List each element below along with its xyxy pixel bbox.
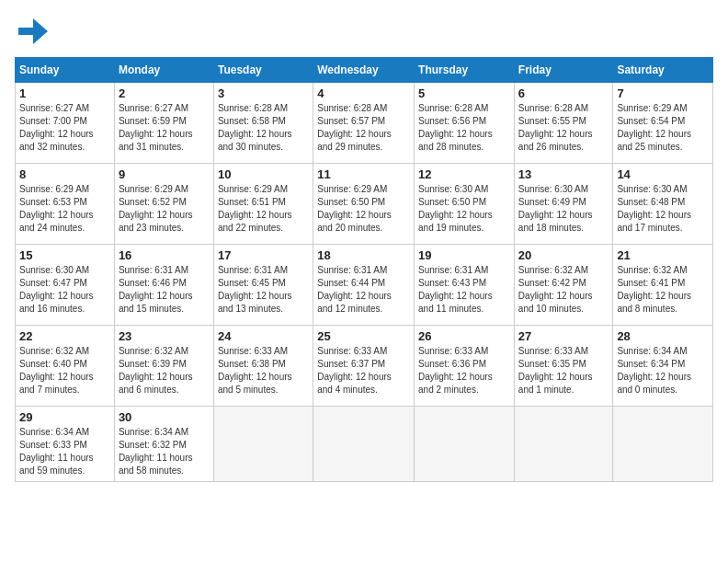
day-cell: 11Sunrise: 6:29 AM Sunset: 6:50 PM Dayli… (313, 164, 415, 245)
day-number: 28 (617, 329, 709, 343)
day-number: 30 (119, 410, 210, 424)
day-cell: 3Sunrise: 6:28 AM Sunset: 6:58 PM Daylig… (213, 83, 313, 164)
day-number: 9 (119, 167, 210, 181)
week-row-1: 8Sunrise: 6:29 AM Sunset: 6:53 PM Daylig… (16, 164, 713, 245)
day-number: 16 (119, 248, 210, 262)
day-info: Sunrise: 6:28 AM Sunset: 6:56 PM Dayligh… (418, 102, 510, 154)
day-info: Sunrise: 6:29 AM Sunset: 6:52 PM Dayligh… (119, 183, 210, 235)
day-cell: 2Sunrise: 6:27 AM Sunset: 6:59 PM Daylig… (114, 83, 213, 164)
day-info: Sunrise: 6:29 AM Sunset: 6:50 PM Dayligh… (317, 183, 410, 235)
day-cell: 19Sunrise: 6:31 AM Sunset: 6:43 PM Dayli… (415, 245, 515, 326)
header-cell-tuesday: Tuesday (213, 58, 313, 83)
day-cell: 12Sunrise: 6:30 AM Sunset: 6:50 PM Dayli… (415, 164, 515, 245)
day-info: Sunrise: 6:31 AM Sunset: 6:45 PM Dayligh… (218, 264, 309, 316)
day-cell: 15Sunrise: 6:30 AM Sunset: 6:47 PM Dayli… (16, 245, 115, 326)
day-number: 1 (19, 86, 110, 100)
day-cell: 29Sunrise: 6:34 AM Sunset: 6:33 PM Dayli… (16, 407, 115, 482)
week-row-3: 22Sunrise: 6:32 AM Sunset: 6:40 PM Dayli… (16, 326, 713, 407)
header-cell-wednesday: Wednesday (313, 58, 415, 83)
day-number: 10 (218, 167, 309, 181)
day-info: Sunrise: 6:30 AM Sunset: 6:48 PM Dayligh… (617, 183, 709, 235)
day-number: 24 (218, 329, 309, 343)
day-number: 29 (19, 410, 110, 424)
day-cell: 30Sunrise: 6:34 AM Sunset: 6:32 PM Dayli… (114, 407, 213, 482)
day-cell: 5Sunrise: 6:28 AM Sunset: 6:56 PM Daylig… (415, 83, 515, 164)
day-cell: 27Sunrise: 6:33 AM Sunset: 6:35 PM Dayli… (514, 326, 613, 407)
day-info: Sunrise: 6:30 AM Sunset: 6:49 PM Dayligh… (518, 183, 609, 235)
logo (15, 15, 51, 48)
day-number: 20 (518, 248, 609, 262)
day-info: Sunrise: 6:29 AM Sunset: 6:53 PM Dayligh… (19, 183, 110, 235)
day-number: 12 (418, 167, 510, 181)
week-row-4: 29Sunrise: 6:34 AM Sunset: 6:33 PM Dayli… (16, 407, 713, 482)
day-cell: 1Sunrise: 6:27 AM Sunset: 7:00 PM Daylig… (16, 83, 115, 164)
day-cell: 10Sunrise: 6:29 AM Sunset: 6:51 PM Dayli… (213, 164, 313, 245)
day-info: Sunrise: 6:31 AM Sunset: 6:46 PM Dayligh… (119, 264, 210, 316)
week-row-0: 1Sunrise: 6:27 AM Sunset: 7:00 PM Daylig… (16, 83, 713, 164)
header-row: SundayMondayTuesdayWednesdayThursdayFrid… (16, 58, 713, 83)
day-cell (514, 407, 613, 482)
day-number: 27 (518, 329, 609, 343)
day-cell: 6Sunrise: 6:28 AM Sunset: 6:55 PM Daylig… (514, 83, 613, 164)
header-cell-friday: Friday (514, 58, 613, 83)
day-number: 18 (317, 248, 410, 262)
day-number: 25 (317, 329, 410, 343)
day-info: Sunrise: 6:27 AM Sunset: 7:00 PM Dayligh… (19, 102, 110, 154)
day-number: 4 (317, 86, 410, 100)
day-number: 13 (518, 167, 609, 181)
day-cell: 14Sunrise: 6:30 AM Sunset: 6:48 PM Dayli… (613, 164, 713, 245)
day-info: Sunrise: 6:30 AM Sunset: 6:47 PM Dayligh… (19, 264, 110, 316)
day-info: Sunrise: 6:31 AM Sunset: 6:44 PM Dayligh… (317, 264, 410, 316)
day-cell: 25Sunrise: 6:33 AM Sunset: 6:37 PM Dayli… (313, 326, 415, 407)
header-cell-sunday: Sunday (16, 58, 115, 83)
day-number: 15 (19, 248, 110, 262)
day-info: Sunrise: 6:34 AM Sunset: 6:34 PM Dayligh… (617, 345, 709, 396)
day-info: Sunrise: 6:34 AM Sunset: 6:33 PM Dayligh… (19, 426, 110, 477)
calendar: SundayMondayTuesdayWednesdayThursdayFrid… (15, 57, 713, 482)
day-number: 11 (317, 167, 410, 181)
day-number: 7 (617, 86, 709, 100)
header-cell-monday: Monday (114, 58, 213, 83)
day-cell: 22Sunrise: 6:32 AM Sunset: 6:40 PM Dayli… (16, 326, 115, 407)
day-info: Sunrise: 6:33 AM Sunset: 6:37 PM Dayligh… (317, 345, 410, 396)
day-cell: 8Sunrise: 6:29 AM Sunset: 6:53 PM Daylig… (16, 164, 115, 245)
day-cell: 9Sunrise: 6:29 AM Sunset: 6:52 PM Daylig… (114, 164, 213, 245)
day-cell: 17Sunrise: 6:31 AM Sunset: 6:45 PM Dayli… (213, 245, 313, 326)
day-info: Sunrise: 6:28 AM Sunset: 6:55 PM Dayligh… (518, 102, 609, 154)
day-number: 17 (218, 248, 309, 262)
day-cell: 23Sunrise: 6:32 AM Sunset: 6:39 PM Dayli… (114, 326, 213, 407)
day-info: Sunrise: 6:32 AM Sunset: 6:40 PM Dayligh… (19, 345, 110, 396)
header-cell-saturday: Saturday (613, 58, 713, 83)
day-info: Sunrise: 6:32 AM Sunset: 6:39 PM Dayligh… (119, 345, 210, 396)
day-number: 8 (19, 167, 110, 181)
week-row-2: 15Sunrise: 6:30 AM Sunset: 6:47 PM Dayli… (16, 245, 713, 326)
day-info: Sunrise: 6:32 AM Sunset: 6:42 PM Dayligh… (518, 264, 609, 316)
day-cell (415, 407, 515, 482)
day-info: Sunrise: 6:30 AM Sunset: 6:50 PM Dayligh… (418, 183, 510, 235)
day-info: Sunrise: 6:28 AM Sunset: 6:58 PM Dayligh… (218, 102, 309, 154)
day-cell: 7Sunrise: 6:29 AM Sunset: 6:54 PM Daylig… (613, 83, 713, 164)
day-info: Sunrise: 6:29 AM Sunset: 6:51 PM Dayligh… (218, 183, 309, 235)
day-cell: 13Sunrise: 6:30 AM Sunset: 6:49 PM Dayli… (514, 164, 613, 245)
day-info: Sunrise: 6:27 AM Sunset: 6:59 PM Dayligh… (119, 102, 210, 154)
day-info: Sunrise: 6:34 AM Sunset: 6:32 PM Dayligh… (119, 426, 210, 477)
day-number: 3 (218, 86, 309, 100)
day-cell: 16Sunrise: 6:31 AM Sunset: 6:46 PM Dayli… (114, 245, 213, 326)
day-cell: 24Sunrise: 6:33 AM Sunset: 6:38 PM Dayli… (213, 326, 313, 407)
header (15, 15, 713, 48)
day-cell: 18Sunrise: 6:31 AM Sunset: 6:44 PM Dayli… (313, 245, 415, 326)
day-number: 19 (418, 248, 510, 262)
day-number: 21 (617, 248, 709, 262)
day-cell: 4Sunrise: 6:28 AM Sunset: 6:57 PM Daylig… (313, 83, 415, 164)
day-info: Sunrise: 6:31 AM Sunset: 6:43 PM Dayligh… (418, 264, 510, 316)
day-number: 2 (119, 86, 210, 100)
header-cell-thursday: Thursday (415, 58, 515, 83)
day-number: 23 (119, 329, 210, 343)
logo-icon (15, 15, 48, 48)
day-info: Sunrise: 6:32 AM Sunset: 6:41 PM Dayligh… (617, 264, 709, 316)
day-info: Sunrise: 6:33 AM Sunset: 6:38 PM Dayligh… (218, 345, 309, 396)
day-info: Sunrise: 6:29 AM Sunset: 6:54 PM Dayligh… (617, 102, 709, 154)
day-number: 14 (617, 167, 709, 181)
day-cell: 26Sunrise: 6:33 AM Sunset: 6:36 PM Dayli… (415, 326, 515, 407)
day-number: 22 (19, 329, 110, 343)
